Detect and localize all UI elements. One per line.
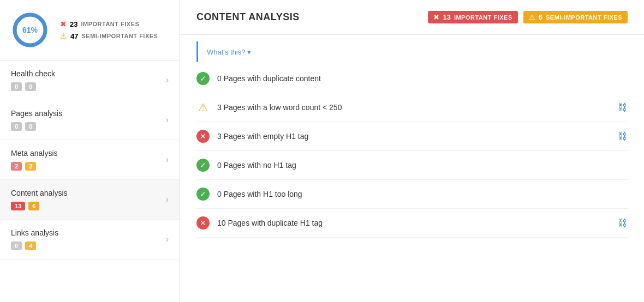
health-check-label: Health check <box>11 69 55 78</box>
main-title: CONTENT ANALYSIS <box>196 11 300 23</box>
status-icon-no-h1: ✓ <box>196 159 210 172</box>
score-donut: 61% <box>11 11 49 49</box>
header-error-count: 13 <box>443 13 450 21</box>
sidebar-nav: Health check 0 0 › Pages analysis 0 0 › … <box>0 61 180 259</box>
semi-important-label: SEMI-IMPORTANT FIXES <box>81 33 158 39</box>
whats-this-link[interactable]: What's this? ▾ <box>207 48 251 56</box>
links-analysis-label: Links analysis <box>11 228 58 237</box>
analysis-row-no-h1: ✓ 0 Pages with no H1 tag <box>196 151 628 180</box>
header-badge-warning: ⚠ 6 SEMI-IMPORTANT FIXES <box>523 11 628 23</box>
status-icon-low-word-count: ⚠ <box>196 101 210 114</box>
pages-analysis-label: Pages analysis <box>11 109 62 118</box>
link-icon-duplicate-h1[interactable]: ⛓ <box>618 218 628 229</box>
semi-important-fixes-stat: ⚠ 47 SEMI-IMPORTANT FIXES <box>60 32 158 40</box>
analysis-text-empty-h1: 3 Pages with empty H1 tag <box>217 132 610 141</box>
sidebar-item-content-analysis[interactable]: Content analysis 13 6 › <box>0 180 180 220</box>
pages-analysis-chevron: › <box>166 115 169 125</box>
links-analysis-badge-warning: 4 <box>25 241 36 250</box>
header-warning-label: SEMI-IMPORTANT FIXES <box>546 14 622 21</box>
header-badge-error: ✖ 13 IMPORTANT FIXES <box>428 11 517 23</box>
analysis-text-duplicate-h1: 10 Pages with duplicate H1 tag <box>217 219 610 227</box>
links-analysis-badges: 0 4 <box>11 241 58 250</box>
health-check-badge-error: 0 <box>11 82 22 91</box>
content-analysis-badge-error: 13 <box>11 202 25 210</box>
analysis-row-h1-too-long: ✓ 0 Pages with H1 too long <box>196 180 628 209</box>
status-icon-duplicate-content: ✓ <box>196 72 210 85</box>
link-icon-low-word-count[interactable]: ⛓ <box>618 102 628 113</box>
pages-analysis-badges: 0 0 <box>11 122 62 131</box>
whats-this-bar: What's this? ▾ <box>196 41 628 62</box>
analysis-list: ✓ 0 Pages with duplicate content ⚠ 3 Pag… <box>180 64 644 238</box>
status-icon-empty-h1: ✕ <box>196 130 210 143</box>
header-error-icon: ✖ <box>433 13 439 21</box>
meta-analysis-chevron: › <box>166 155 169 165</box>
whats-this-arrow: ▾ <box>247 48 251 56</box>
health-check-badges: 0 0 <box>11 82 55 91</box>
sidebar-item-links-analysis[interactable]: Links analysis 0 4 › <box>0 220 180 259</box>
sidebar-item-meta-analysis[interactable]: Meta analysis 2 2 › <box>0 140 180 180</box>
health-check-chevron: › <box>166 75 169 85</box>
analysis-text-no-h1: 0 Pages with no H1 tag <box>217 161 628 170</box>
meta-analysis-label: Meta analysis <box>11 149 58 158</box>
analysis-text-low-word-count: 3 Pages with a low word count < 250 <box>217 103 610 112</box>
meta-analysis-badges: 2 2 <box>11 162 58 171</box>
sidebar: 61% ✖ 23 IMPORTANT FIXES ⚠ 47 SEMI-IMPOR… <box>0 0 180 302</box>
header-warning-icon: ⚠ <box>529 13 535 21</box>
main-content: CONTENT ANALYSIS ✖ 13 IMPORTANT FIXES ⚠ … <box>180 0 644 302</box>
content-analysis-badges: 13 6 <box>11 202 68 210</box>
sidebar-stats: ✖ 23 IMPORTANT FIXES ⚠ 47 SEMI-IMPORTANT… <box>60 20 158 40</box>
content-analysis-label: Content analysis <box>11 189 68 197</box>
analysis-row-duplicate-h1: ✕ 10 Pages with duplicate H1 tag ⛓ <box>196 209 628 238</box>
important-count: 23 <box>70 20 77 28</box>
pages-analysis-badge-warning: 0 <box>25 122 36 131</box>
meta-analysis-badge-error: 2 <box>11 162 22 171</box>
content-analysis-badge-warning: 6 <box>28 202 39 210</box>
analysis-row-duplicate-content: ✓ 0 Pages with duplicate content <box>196 64 628 93</box>
error-icon: ✖ <box>60 20 67 28</box>
sidebar-item-pages-analysis[interactable]: Pages analysis 0 0 › <box>0 100 180 140</box>
sidebar-item-health-check[interactable]: Health check 0 0 › <box>0 61 180 100</box>
links-analysis-badge-error: 0 <box>11 241 22 250</box>
content-analysis-chevron: › <box>166 195 169 204</box>
analysis-text-duplicate-content: 0 Pages with duplicate content <box>217 74 628 83</box>
semi-important-count: 47 <box>70 32 78 40</box>
main-header: CONTENT ANALYSIS ✖ 13 IMPORTANT FIXES ⚠ … <box>180 0 644 35</box>
health-check-badge-warning: 0 <box>25 82 36 91</box>
important-fixes-stat: ✖ 23 IMPORTANT FIXES <box>60 20 158 28</box>
link-icon-empty-h1[interactable]: ⛓ <box>618 131 628 142</box>
pages-analysis-badge-error: 0 <box>11 122 22 131</box>
analysis-row-empty-h1: ✕ 3 Pages with empty H1 tag ⛓ <box>196 122 628 151</box>
status-icon-h1-too-long: ✓ <box>196 188 210 201</box>
header-badges: ✖ 13 IMPORTANT FIXES ⚠ 6 SEMI-IMPORTANT … <box>428 11 628 23</box>
warning-icon: ⚠ <box>60 32 67 40</box>
important-label: IMPORTANT FIXES <box>81 21 139 27</box>
sidebar-header: 61% ✖ 23 IMPORTANT FIXES ⚠ 47 SEMI-IMPOR… <box>0 0 180 61</box>
header-warning-count: 6 <box>539 13 542 21</box>
analysis-row-low-word-count: ⚠ 3 Pages with a low word count < 250 ⛓ <box>196 93 628 122</box>
links-analysis-chevron: › <box>166 234 169 244</box>
meta-analysis-badge-warning: 2 <box>25 162 36 171</box>
analysis-text-h1-too-long: 0 Pages with H1 too long <box>217 190 628 198</box>
score-label: 61% <box>22 26 38 34</box>
header-error-label: IMPORTANT FIXES <box>454 14 512 21</box>
status-icon-duplicate-h1: ✕ <box>196 216 210 229</box>
